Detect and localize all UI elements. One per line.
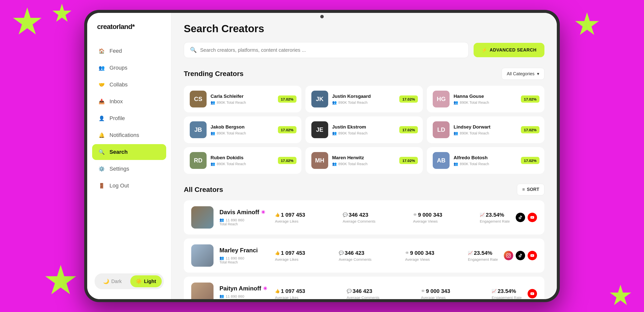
trending-card-alfredo-botosh[interactable]: AB Alfredo Botosh 👥 890K Total Reach 17.… — [427, 147, 544, 174]
creator-row-name-davis: Davis Aminoff ✳ — [220, 209, 269, 216]
reach-icon-paityn: 👥 — [220, 294, 224, 298]
advanced-search-label: ADVANCED SEARCH — [490, 48, 536, 53]
advanced-search-button[interactable]: ⚡ ADVANCED SEARCH — [474, 43, 544, 57]
filter-icon: ⚡ — [482, 47, 487, 53]
trending-card-justin-korsgaard[interactable]: JK Justin Korsgaard 👥 890K Total Reach 1… — [306, 86, 423, 112]
instagram-icon-marley — [504, 251, 513, 260]
creator-row-name-marley: Marley Franci — [220, 247, 269, 254]
trending-card-ruben-dokidis[interactable]: RD Ruben Dokidis 👥 890K Total Reach 17.0… — [184, 147, 302, 174]
search-input-wrap: 🔍 — [184, 42, 469, 58]
trend-badge-justin-e: 17.02% — [399, 126, 418, 134]
sidebar-item-inbox[interactable]: 📥 Inbox — [92, 94, 166, 110]
bg-decoration-star-4 — [44, 265, 77, 297]
trending-section-header: Trending Creators All Categories ▾ — [184, 68, 544, 80]
trending-card-maren-herwitz[interactable]: MH Maren Herwitz 👥 890K Total Reach 17.0… — [306, 147, 423, 174]
light-label: Light — [144, 278, 156, 284]
trend-badge-hanna: 17.02% — [521, 96, 540, 103]
trending-card-jakob-bergson[interactable]: JB Jakob Bergson 👥 890K Total Reach 17.0… — [184, 116, 302, 143]
app-logo: creatorland* — [87, 23, 171, 43]
profile-icon: 👤 — [98, 115, 105, 122]
youtube-icon-marley — [528, 251, 537, 260]
sort-label: SORT — [527, 187, 539, 192]
sidebar-item-search[interactable]: 🔍 Search — [92, 144, 166, 160]
sidebar-item-profile[interactable]: 👤 Profile — [92, 110, 166, 126]
category-label: All Categories — [507, 71, 534, 76]
views-icon-marley: 👁 — [405, 251, 409, 255]
creator-row-paityn-aminoff[interactable]: Paityn Aminoff ✳ 👥 11 890 860 Total Reac… — [184, 276, 544, 299]
sidebar-item-notifications-label: Notifications — [110, 132, 139, 138]
total-reach-label-paityn: Total Reach — [220, 298, 269, 299]
trending-creators-grid: CS Carla Schleifer 👥 890K Total Reach 17… — [184, 86, 544, 174]
groups-icon: 👥 — [98, 64, 105, 71]
trending-section-title: Trending Creators — [184, 70, 244, 78]
stat-avg-likes-marley: 👍 1 097 453 Average Likes — [275, 250, 305, 262]
total-reach-label-davis: Total Reach — [220, 222, 269, 226]
category-dropdown[interactable]: All Categories ▾ — [502, 68, 544, 80]
sidebar-item-groups[interactable]: 👥 Groups — [92, 60, 166, 76]
avatar-davis-aminoff — [191, 206, 214, 228]
trend-badge-justin-k: 17.02% — [399, 96, 418, 103]
camera — [320, 15, 324, 18]
stat-avg-comments-paityn: 💬 346 423 Average Comments — [347, 288, 380, 299]
sidebar-item-logout[interactable]: 🚪 Log Out — [92, 178, 166, 194]
sidebar-item-profile-label: Profile — [110, 115, 125, 122]
tiktok-icon-davis — [516, 213, 525, 222]
stat-engagement-paityn: 📈 23.54% Engagement Rate — [492, 288, 522, 299]
trending-card-justin-ekstrom[interactable]: JE Justin Ekstrom 👥 890K Total Reach 17.… — [306, 116, 423, 143]
avatar-paityn-aminoff — [191, 282, 214, 299]
creator-row-marley-franci[interactable]: Marley Franci 👥 11 890 860 Total Reach 👍… — [184, 238, 544, 273]
engagement-icon-davis: 📈 — [480, 212, 485, 217]
light-mode-button[interactable]: ☀️ Light — [130, 275, 162, 287]
reach-icon-mh: 👥 — [332, 162, 337, 166]
avatar-jakob-bergson: JB — [190, 121, 206, 138]
sidebar-item-feed-label: Feed — [110, 48, 122, 54]
avatar-justin-korsgaard: JK — [311, 91, 328, 108]
creator-reach-davis-total: 👥 11 890 860 — [220, 218, 269, 222]
tiktok-icon-marley — [516, 251, 525, 260]
theme-toggle: 🌙 Dark ☀️ Light — [94, 273, 164, 289]
stat-avg-comments-davis: 💬 346 423 Average Comments — [343, 212, 376, 223]
sidebar-item-feed[interactable]: 🏠 Feed — [92, 43, 166, 59]
sort-button[interactable]: ≡ SORT — [517, 184, 544, 195]
bg-decoration-star-1 — [12, 8, 42, 37]
sidebar: creatorland* 🏠 Feed 👥 Groups 🤝 Collabs 📥… — [87, 13, 172, 299]
sidebar-item-collabs[interactable]: 🤝 Collabs — [92, 77, 166, 92]
search-input[interactable] — [200, 47, 462, 53]
logout-icon: 🚪 — [98, 182, 105, 189]
bg-decoration-star-3 — [575, 12, 600, 37]
creator-row-davis-aminoff[interactable]: Davis Aminoff ✳ 👥 11 890 860 Total Reach… — [184, 200, 544, 234]
creator-row-name-paityn: Paityn Aminoff ✳ — [220, 285, 269, 292]
comments-icon-paityn: 💬 — [347, 289, 352, 294]
avatar-justin-ekstrom: JE — [311, 121, 328, 138]
sidebar-item-collabs-label: Collabs — [110, 82, 128, 88]
tablet-screen: creatorland* 🏠 Feed 👥 Groups 🤝 Collabs 📥… — [87, 13, 557, 299]
trending-card-hanna-gouse[interactable]: HG Hanna Gouse 👥 890K Total Reach 17.02% — [427, 86, 544, 112]
nav-list: 🏠 Feed 👥 Groups 🤝 Collabs 📥 Inbox 👤 — [87, 43, 171, 268]
star-badge-paityn: ✳ — [263, 286, 267, 292]
sun-icon: ☀️ — [136, 278, 142, 284]
stat-avg-views-davis: 👁 9 000 343 Average Views — [413, 212, 442, 223]
bg-decoration-star-2 — [52, 4, 72, 24]
trend-badge-ruben: 17.02% — [278, 157, 296, 164]
likes-icon-davis: 👍 — [275, 212, 280, 217]
sidebar-item-search-label: Search — [110, 149, 128, 155]
moon-icon: 🌙 — [103, 278, 109, 284]
trend-badge-lindsey: 17.02% — [521, 126, 540, 134]
trending-card-lindsey-dorwart[interactable]: LD Lindsey Dorwart 👥 890K Total Reach 17… — [427, 116, 544, 143]
reach-icon-hg: 👥 — [454, 100, 458, 105]
sidebar-item-inbox-label: Inbox — [110, 98, 123, 105]
sidebar-item-settings[interactable]: ⚙️ Settings — [92, 161, 166, 177]
feed-icon: 🏠 — [98, 48, 105, 54]
engagement-icon-marley: 📈 — [468, 250, 473, 255]
comments-icon-marley: 💬 — [339, 250, 344, 255]
trending-card-carla-schleifer[interactable]: CS Carla Schleifer 👥 890K Total Reach 17… — [184, 86, 302, 112]
star-badge-davis: ✳ — [261, 209, 265, 215]
stat-engagement-davis: 📈 23.54% Engagement Rate — [480, 212, 510, 223]
dark-mode-button[interactable]: 🌙 Dark — [96, 275, 128, 287]
sidebar-item-notifications[interactable]: 🔔 Notifications — [92, 127, 166, 143]
youtube-icon-paityn — [528, 289, 537, 298]
search-bar-container: 🔍 ⚡ ADVANCED SEARCH — [184, 42, 544, 58]
bg-decoration-star-5 — [609, 285, 632, 307]
trend-badge-jakob: 17.02% — [278, 126, 296, 134]
reach-icon-jk: 👥 — [332, 100, 337, 105]
